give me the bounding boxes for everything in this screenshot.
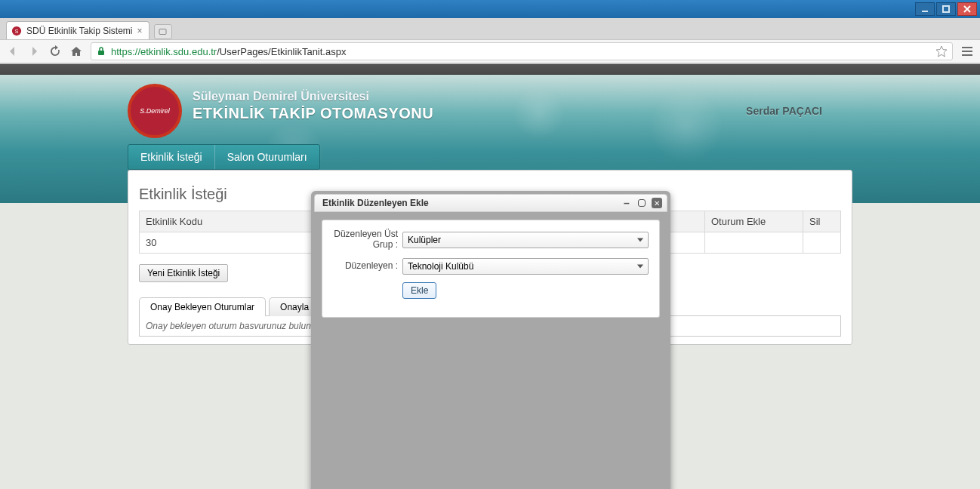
- browser-tab-title: SDÜ Etkinlik Takip Sistemi: [26, 26, 132, 36]
- os-maximize-button[interactable]: [936, 2, 956, 16]
- select-duzenleyen[interactable]: Teknoloji Kulübü: [402, 258, 649, 275]
- nav-forward-button[interactable]: [27, 45, 41, 58]
- dialog-minimize-icon[interactable]: –: [621, 198, 632, 208]
- app-title: ETKİNLİK TAKİP OTOMASYONU: [193, 105, 433, 122]
- dialog-maximize-icon[interactable]: [638, 199, 646, 207]
- nav-reload-button[interactable]: [48, 45, 62, 58]
- col-sil: Sil: [803, 211, 841, 232]
- nav-home-button[interactable]: [69, 45, 83, 58]
- svg-rect-9: [962, 51, 972, 52]
- lock-icon: [96, 46, 106, 57]
- browser-tabstrip: S SDÜ Etkinlik Takip Sistemi ×: [0, 18, 980, 39]
- address-bar[interactable]: https://etkinlik.sdu.edu.tr/UserPages/Et…: [91, 42, 953, 60]
- select-ust-grup[interactable]: Kulüpler: [402, 232, 649, 248]
- browser-toolbar: https://etkinlik.sdu.edu.tr/UserPages/Et…: [0, 39, 980, 63]
- dialog-grey-fill: [322, 318, 660, 489]
- svg-text:S: S: [15, 28, 19, 33]
- bookmark-star-icon[interactable]: [935, 45, 948, 57]
- label-ust-grup: Düzenleyen Üst Grup :: [333, 229, 402, 251]
- dialog-close-icon[interactable]: ✕: [652, 198, 662, 208]
- url-text: https://etkinlik.sdu.edu.tr/UserPages/Et…: [111, 46, 346, 57]
- tab-close-icon[interactable]: ×: [137, 26, 142, 36]
- new-event-request-button[interactable]: Yeni Etkinlik İsteği: [139, 264, 228, 282]
- submit-ekle-button[interactable]: Ekle: [402, 282, 436, 299]
- nav-item-etkinlik-istegi[interactable]: Etkinlik İsteği: [128, 145, 215, 169]
- new-tab-button[interactable]: [154, 24, 172, 39]
- os-window-titlebar: [0, 0, 980, 18]
- col-oturum-ekle: Oturum Ekle: [705, 211, 803, 232]
- top-nav: Etkinlik İsteği Salon Oturumları: [128, 144, 320, 170]
- os-close-button[interactable]: [957, 2, 977, 16]
- browser-tab-active[interactable]: S SDÜ Etkinlik Takip Sistemi ×: [6, 21, 149, 39]
- os-minimize-button[interactable]: [915, 2, 935, 16]
- dialog-add-organizer: Etkinlik Düzenleyen Ekle – ✕ Düzenleyen …: [311, 191, 670, 489]
- svg-rect-10: [962, 54, 972, 56]
- dialog-form-panel: Düzenleyen Üst Grup : Kulüpler Düzenleye…: [322, 220, 660, 318]
- tab-onay-bekleyen[interactable]: Onay Bekleyen Oturumlar: [139, 297, 266, 316]
- svg-rect-8: [962, 47, 972, 48]
- cell-sil[interactable]: [803, 232, 841, 254]
- svg-rect-7: [98, 51, 104, 55]
- top-dark-band: [0, 64, 980, 75]
- page-viewport: S.Demirel Süleyman Demirel Üniversitesi …: [0, 63, 980, 489]
- label-duzenleyen: Düzenleyen :: [333, 261, 402, 272]
- nav-back-button[interactable]: [6, 45, 20, 58]
- cell-oturum-ekle[interactable]: [705, 232, 803, 254]
- university-logo: S.Demirel: [128, 84, 182, 138]
- favicon-icon: S: [11, 26, 22, 36]
- svg-rect-6: [159, 29, 166, 35]
- dialog-title: Etkinlik Düzenleyen Ekle: [322, 198, 429, 208]
- svg-rect-1: [943, 6, 949, 12]
- university-name: Süleyman Demirel Üniversitesi: [193, 90, 369, 103]
- dialog-titlebar[interactable]: Etkinlik Düzenleyen Ekle – ✕: [314, 194, 667, 212]
- new-tab-icon: [159, 27, 168, 36]
- browser-menu-icon[interactable]: [960, 45, 974, 58]
- current-user: Serdar PAÇACI: [746, 105, 822, 117]
- nav-item-salon-oturumlari[interactable]: Salon Oturumları: [215, 145, 319, 169]
